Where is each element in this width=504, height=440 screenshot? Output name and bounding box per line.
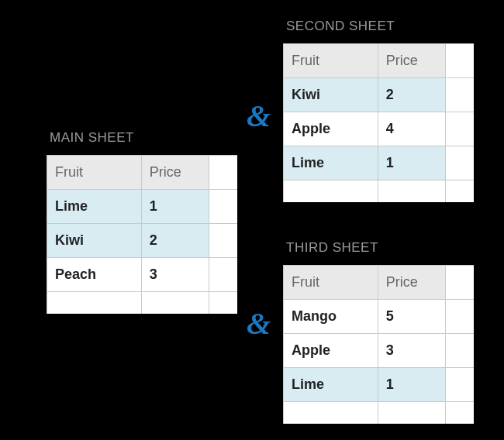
grid-stub — [209, 258, 237, 292]
third-sheet-table: Fruit Price Mango 5 Apple 3 Lime 1 — [283, 265, 474, 424]
grid-tail-row — [47, 292, 238, 314]
ampersand-connector: & — [247, 101, 271, 132]
cell-price: 1 — [141, 190, 209, 224]
grid-stub — [445, 180, 474, 202]
table-row: Lime 1 — [284, 146, 475, 180]
grid-tail-row — [284, 180, 475, 202]
table-row: Kiwi 2 — [47, 224, 238, 258]
col-header-price: Price — [378, 44, 445, 78]
col-header-fruit: Fruit — [284, 44, 378, 78]
grid-stub — [445, 112, 474, 146]
grid-stub — [284, 402, 378, 424]
main-sheet-title: MAIN SHEET — [47, 130, 237, 155]
cell-fruit: Apple — [284, 334, 378, 368]
third-sheet-title: THIRD SHEET — [283, 240, 474, 265]
grid-stub — [209, 224, 237, 258]
grid-stub — [445, 402, 474, 424]
cell-price: 3 — [141, 258, 209, 292]
grid-stub — [445, 368, 474, 402]
table-row: Peach 3 — [47, 258, 238, 292]
cell-fruit: Apple — [284, 112, 378, 146]
table-row: Kiwi 2 — [284, 78, 475, 112]
table-header-row: Fruit Price — [284, 44, 475, 78]
cell-fruit: Kiwi — [284, 78, 378, 112]
grid-stub — [209, 156, 237, 190]
cell-fruit: Lime — [284, 368, 378, 402]
table-row: Lime 1 — [47, 190, 238, 224]
cell-price: 2 — [378, 78, 445, 112]
grid-stub — [141, 292, 209, 314]
cell-price: 1 — [378, 368, 445, 402]
grid-stub — [378, 402, 445, 424]
third-sheet-block: THIRD SHEET Fruit Price Mango 5 Apple 3 … — [283, 240, 474, 424]
table-header-row: Fruit Price — [284, 266, 475, 300]
grid-stub — [445, 146, 474, 180]
grid-stub — [378, 180, 445, 202]
col-header-price: Price — [378, 266, 445, 300]
cell-price: 4 — [378, 112, 445, 146]
grid-stub — [445, 78, 474, 112]
cell-price: 3 — [378, 334, 445, 368]
col-header-price: Price — [141, 156, 209, 190]
second-sheet-block: SECOND SHEET Fruit Price Kiwi 2 Apple 4 … — [283, 19, 474, 202]
grid-tail-row — [284, 402, 475, 424]
second-sheet-table: Fruit Price Kiwi 2 Apple 4 Lime 1 — [283, 43, 474, 202]
grid-stub — [284, 180, 378, 202]
cell-price: 1 — [378, 146, 445, 180]
table-row: Apple 3 — [284, 334, 475, 368]
grid-stub — [445, 44, 474, 78]
cell-fruit: Mango — [284, 300, 378, 334]
cell-fruit: Peach — [47, 258, 142, 292]
table-row: Apple 4 — [284, 112, 475, 146]
ampersand-connector: & — [247, 308, 271, 339]
table-row: Mango 5 — [284, 300, 475, 334]
main-sheet-block: MAIN SHEET Fruit Price Lime 1 Kiwi 2 Pea… — [47, 130, 237, 314]
grid-stub — [209, 190, 237, 224]
grid-stub — [47, 292, 142, 314]
grid-stub — [445, 266, 474, 300]
table-row: Lime 1 — [284, 368, 475, 402]
grid-stub — [445, 334, 474, 368]
cell-price: 5 — [378, 300, 445, 334]
cell-fruit: Lime — [47, 190, 142, 224]
main-sheet-table: Fruit Price Lime 1 Kiwi 2 Peach 3 — [47, 155, 237, 314]
second-sheet-title: SECOND SHEET — [283, 19, 474, 43]
grid-stub — [445, 300, 474, 334]
cell-price: 2 — [141, 224, 209, 258]
col-header-fruit: Fruit — [284, 266, 378, 300]
cell-fruit: Lime — [284, 146, 378, 180]
grid-stub — [209, 292, 237, 314]
table-header-row: Fruit Price — [47, 156, 238, 190]
col-header-fruit: Fruit — [47, 156, 142, 190]
cell-fruit: Kiwi — [47, 224, 142, 258]
